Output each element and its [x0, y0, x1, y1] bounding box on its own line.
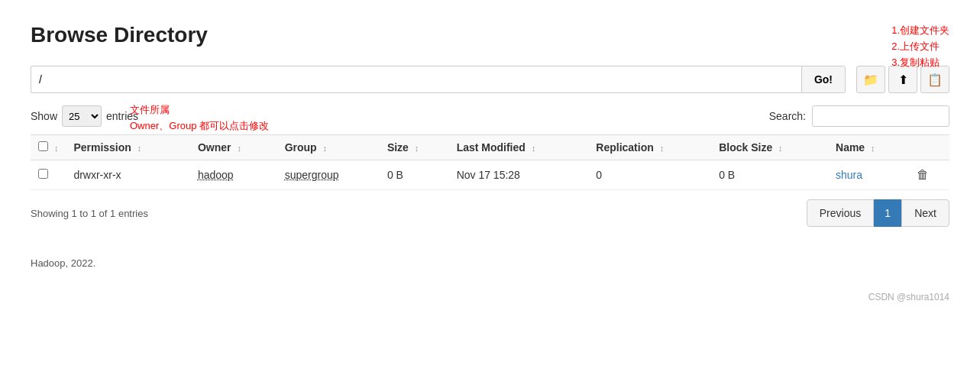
cell-group: supergroup — [277, 160, 380, 190]
sort-icon-last-modified[interactable]: ↕ — [532, 144, 536, 153]
folder-icon: 📁 — [863, 73, 878, 87]
create-folder-button[interactable]: 📁 — [856, 66, 885, 93]
search-label: Search: — [769, 110, 806, 122]
replication-link[interactable]: 0 — [596, 169, 602, 181]
col-size: Size ↕ — [380, 135, 449, 160]
watermark-text: CSDN @shura1014 — [868, 292, 949, 302]
path-input[interactable] — [31, 66, 801, 93]
search-bar: Search: — [769, 105, 949, 127]
col-permission: Permission ↕ — [66, 135, 190, 160]
col-group: Group ↕ — [277, 135, 380, 160]
annotation-owner-line1: 文件所属 — [130, 102, 269, 118]
sort-icon-block-size[interactable]: ↕ — [778, 144, 783, 153]
current-page-number: 1 — [874, 199, 901, 227]
table-row: drwxr-xr-x hadoop supergroup 0 B Nov 17 … — [31, 160, 949, 190]
cell-block-size: 0 B — [711, 160, 828, 190]
sort-icon-replication[interactable]: ↕ — [660, 144, 665, 153]
sort-icon-size[interactable]: ↕ — [415, 144, 419, 153]
annotation-owner-line2: Owner、Group 都可以点击修改 — [130, 118, 269, 134]
csdn-watermark: CSDN @shura1014 — [31, 292, 949, 302]
sort-icon-name[interactable]: ↕ — [871, 144, 875, 153]
path-bar: Go! 📁 ⬆ 📋 — [31, 66, 949, 93]
upload-icon: ⬆ — [898, 73, 908, 87]
row-checkbox[interactable] — [38, 169, 48, 179]
owner-group-annotation: 文件所属 Owner、Group 都可以点击修改 — [130, 102, 269, 134]
entries-select[interactable]: 10 25 50 100 — [62, 105, 102, 127]
table-controls: Show 10 25 50 100 entries 文件所属 Owner、Gro… — [31, 105, 949, 127]
showing-text: Showing 1 to 1 of 1 entries — [31, 208, 148, 219]
cell-size: 0 B — [380, 160, 449, 190]
cell-delete: 🗑 — [909, 160, 949, 190]
delete-icon[interactable]: 🗑 — [917, 168, 929, 181]
top-annotation: 1.创建文件夹 2.上传文件 3.复制粘贴 — [891, 23, 949, 70]
table-header: ↕ Permission ↕ Owner ↕ Group ↕ Size ↕ — [31, 135, 949, 160]
sort-icon-permission[interactable]: ↕ — [137, 144, 142, 153]
show-entries: Show 10 25 50 100 entries — [31, 105, 138, 127]
annotation-line1: 1.创建文件夹 — [891, 23, 949, 39]
cell-name: shura — [828, 160, 909, 190]
cell-permission: drwxr-xr-x — [66, 160, 190, 190]
sort-icon-group[interactable]: ↕ — [323, 144, 328, 153]
table-body: drwxr-xr-x hadoop supergroup 0 B Nov 17 … — [31, 160, 949, 190]
sort-icon-checkbox: ↕ — [54, 144, 59, 153]
cell-owner: hadoop — [190, 160, 277, 190]
col-replication: Replication ↕ — [588, 135, 711, 160]
pagination-row: Showing 1 to 1 of 1 entries Previous 1 N… — [31, 199, 949, 227]
footer-text: Hadoop, 2022. — [31, 257, 95, 269]
sort-icon-owner[interactable]: ↕ — [237, 144, 241, 153]
files-table: ↕ Permission ↕ Owner ↕ Group ↕ Size ↕ — [31, 134, 949, 190]
col-actions — [909, 135, 949, 160]
previous-button[interactable]: Previous — [807, 199, 874, 227]
page-title: Browse Directory — [31, 23, 949, 47]
go-button[interactable]: Go! — [801, 66, 846, 93]
annotation-line2: 2.上传文件 — [891, 39, 949, 55]
col-owner: Owner ↕ — [190, 135, 277, 160]
search-input[interactable] — [812, 105, 949, 127]
col-block-size: Block Size ↕ — [711, 135, 828, 160]
name-link[interactable]: shura — [836, 169, 862, 181]
pagination: Previous 1 Next — [807, 199, 949, 227]
show-label: Show — [31, 110, 57, 122]
owner-link[interactable]: hadoop — [198, 169, 234, 181]
cell-replication: 0 — [588, 160, 711, 190]
annotation-line3: 3.复制粘贴 — [891, 55, 949, 71]
select-all-checkbox[interactable] — [38, 141, 48, 151]
footer: Hadoop, 2022. — [31, 257, 949, 269]
cell-last-modified: Nov 17 15:28 — [449, 160, 589, 190]
group-link[interactable]: supergroup — [285, 169, 339, 181]
next-button[interactable]: Next — [901, 199, 949, 227]
paste-icon: 📋 — [927, 73, 943, 87]
col-last-modified: Last Modified ↕ — [449, 135, 589, 160]
col-name: Name ↕ — [828, 135, 909, 160]
